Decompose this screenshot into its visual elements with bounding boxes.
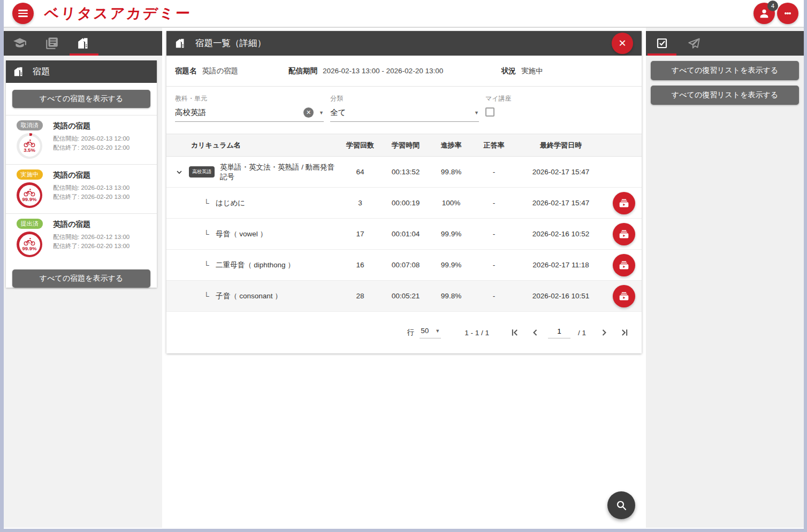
- right-tabbar: [646, 31, 804, 56]
- homework-end: 配信終了: 2026-02-20 13:00: [53, 192, 150, 202]
- open-video-list-button[interactable]: [613, 223, 635, 245]
- homework-panel: 宿題 すべての宿題を表示する 取消済 3.5% 英語の宿題 配信開始: 2: [6, 60, 157, 288]
- my-course-label: マイ講座: [485, 94, 512, 103]
- tab-homework[interactable]: [68, 31, 100, 56]
- show-all-review-list-button-2[interactable]: すべての復習リストを表示する: [651, 86, 799, 105]
- page-number-input[interactable]: [548, 327, 570, 338]
- col-curriculum: カリキュラム名: [166, 141, 339, 150]
- subject-filter-label: 教科・単元: [175, 94, 324, 103]
- homework-title: 英語の宿題: [53, 171, 150, 180]
- progress-rate: 99.9%: [430, 261, 473, 269]
- status-label: 状況: [501, 66, 516, 76]
- progress-rate: 99.8%: [430, 292, 473, 300]
- unit-row[interactable]: └ 母音（ vowel ） 17 00:01:04 99.9% - 2026-0…: [166, 219, 642, 250]
- unit-name: 二重母音（ diphthong ）: [216, 260, 295, 270]
- prev-page-button[interactable]: [528, 325, 543, 340]
- graduation-cap-icon: [13, 36, 27, 50]
- course-badge: 高校英語: [189, 166, 215, 178]
- search-fab-button[interactable]: [607, 491, 635, 519]
- open-video-list-button[interactable]: [613, 192, 635, 214]
- last-page-icon: [619, 327, 630, 338]
- open-video-list-button[interactable]: [613, 254, 635, 276]
- video-library-icon: [619, 198, 629, 209]
- homework-detail-card: 宿題一覧（詳細） ✕ 宿題名 英語の宿題 配信期間 2026-02-13 13:…: [166, 31, 642, 353]
- cyclist-icon: [24, 188, 35, 197]
- unit-name: 母音（ vowel ）: [216, 229, 267, 239]
- last-page-button[interactable]: [617, 325, 632, 340]
- tab-send[interactable]: [678, 31, 710, 56]
- chevron-down-icon: ▼: [474, 110, 479, 115]
- period-label: 配信期間: [288, 66, 317, 76]
- study-time: 00:01:04: [382, 230, 430, 238]
- first-page-button[interactable]: [507, 325, 522, 340]
- status-badge: 実施中: [17, 169, 43, 180]
- unit-row[interactable]: └ 子音（ consonant ） 28 00:05:21 99.8% - 20…: [166, 281, 642, 312]
- homework-panel-header: 宿題: [6, 60, 157, 83]
- correct-rate: -: [473, 230, 515, 238]
- homework-start: 配信開始: 2026-02-12 13:00: [53, 233, 150, 242]
- close-button[interactable]: ✕: [612, 33, 633, 54]
- study-count: 16: [339, 261, 382, 269]
- chevron-down-icon: ▼: [319, 110, 324, 115]
- study-count: 17: [339, 230, 382, 238]
- show-all-homework-button-top[interactable]: すべての宿題を表示する: [12, 90, 150, 108]
- homework-house-icon: [175, 37, 187, 49]
- rows-per-page-select[interactable]: 50 ▼: [420, 327, 441, 338]
- unit-row[interactable]: └ はじめに 3 00:00:19 100% - 2026-02-17 15:4…: [166, 188, 642, 219]
- main-area: 宿題一覧（詳細） ✕ 宿題名 英語の宿題 配信期間 2026-02-13 13:…: [162, 28, 646, 528]
- col-progress: 進捗率: [430, 141, 473, 150]
- correct-rate: -: [473, 261, 515, 269]
- tab-review-list[interactable]: [646, 31, 678, 56]
- next-page-button[interactable]: [597, 325, 612, 340]
- subject-filter: 教科・単元 高校英語 ✕ ▼: [175, 94, 324, 122]
- study-count: 28: [339, 292, 382, 300]
- app-header: ベリタスアカデミー 4: [4, 0, 804, 28]
- subdirectory-corner-icon: └: [204, 261, 209, 269]
- open-video-list-button[interactable]: [613, 285, 635, 307]
- tab-courses[interactable]: [4, 31, 36, 56]
- right-sidebar: すべての復習リストを表示する すべての復習リストを表示する: [646, 28, 804, 528]
- more-options-button[interactable]: [777, 3, 798, 24]
- chevron-down-icon: ▼: [435, 328, 440, 334]
- homework-card[interactable]: 実施中 99.9% 英語の宿題 配信開始: 2026-02-13 13:00 配…: [6, 164, 157, 213]
- curriculum-name: 英単語・英文法・英熟語 / 動画発音記号: [220, 163, 339, 182]
- study-time: 00:00:19: [382, 199, 430, 207]
- status-badge: 取消済: [17, 120, 43, 130]
- study-count: 64: [339, 168, 382, 176]
- user-account-button[interactable]: 4: [753, 3, 775, 24]
- homework-card[interactable]: 提出済 99.9% 英語の宿題 配信開始: 2026-02-12 13:00 配…: [6, 213, 157, 263]
- last-study-date: 2026-02-17 11:18: [515, 261, 606, 269]
- collapse-chevron-icon[interactable]: [175, 168, 184, 176]
- homework-card[interactable]: 取消済 3.5% 英語の宿題 配信開始: 2026-02-13 12:00 配信…: [6, 115, 157, 164]
- last-study-date: 2026-02-17 15:47: [515, 199, 606, 207]
- last-study-date: 2026-02-17 15:47: [515, 168, 606, 176]
- show-all-homework-button-bottom[interactable]: すべての宿題を表示する: [12, 269, 150, 288]
- show-all-review-list-button-1[interactable]: すべての復習リストを表示する: [651, 61, 799, 80]
- close-icon: ✕: [618, 37, 626, 49]
- col-correct: 正答率: [473, 141, 515, 150]
- unit-row[interactable]: └ 二重母音（ diphthong ） 16 00:07:08 99.9% - …: [166, 250, 642, 281]
- my-course-filter: マイ講座: [485, 94, 512, 122]
- pagination-bar: 行 50 ▼ 1 - 1 / 1 / 1: [166, 312, 642, 353]
- video-library-icon: [619, 291, 629, 302]
- name-label: 宿題名: [175, 66, 197, 76]
- my-course-checkbox[interactable]: [485, 107, 494, 117]
- progress-ring: 99.9%: [17, 232, 42, 257]
- curriculum-parent-row[interactable]: 高校英語 英単語・英文法・英熟語 / 動画発音記号 64 00:13:52 99…: [166, 157, 642, 188]
- subject-select[interactable]: 高校英語 ✕ ▼: [175, 107, 324, 122]
- book-list-icon: [45, 36, 59, 50]
- unit-name: はじめに: [216, 198, 245, 208]
- progress-rate: 99.8%: [430, 168, 473, 176]
- correct-rate: -: [473, 292, 515, 300]
- last-study-date: 2026-02-16 10:52: [515, 230, 606, 238]
- cyclist-icon: [24, 237, 35, 246]
- clear-subject-icon[interactable]: ✕: [303, 107, 314, 118]
- subject-select-value: 高校英語: [175, 107, 303, 118]
- tab-library[interactable]: [36, 31, 68, 56]
- notification-badge: 4: [767, 1, 778, 11]
- category-select[interactable]: 全て ▼: [330, 107, 479, 122]
- col-time: 学習時間: [382, 141, 430, 150]
- study-time: 00:07:08: [382, 261, 430, 269]
- video-library-icon: [619, 260, 629, 271]
- hamburger-menu-button[interactable]: [12, 3, 34, 24]
